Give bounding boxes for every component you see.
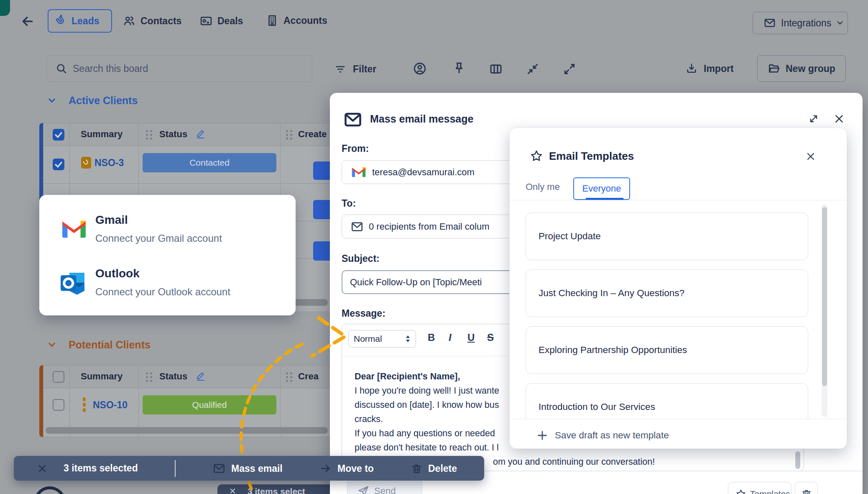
row-checkbox[interactable]: [53, 159, 64, 170]
new-group-label: New group: [786, 63, 835, 74]
board-search-input[interactable]: Search this board: [46, 55, 312, 82]
lead-id[interactable]: NSO-10: [93, 399, 128, 411]
import-button[interactable]: Import: [686, 62, 734, 75]
style-select[interactable]: Normal: [348, 330, 416, 348]
panel-footer-divider: [510, 419, 847, 419]
templates-button[interactable]: Templates: [728, 482, 791, 494]
mass-email-action[interactable]: Mass email: [213, 461, 283, 476]
person-circle-icon: [413, 62, 426, 75]
connect-gmail-option[interactable]: Gmail Connect your Gmail account: [39, 207, 296, 253]
edit-pencil-icon[interactable]: [196, 128, 206, 139]
collapse-button[interactable]: [526, 62, 539, 76]
leads-magnet-icon: [53, 13, 69, 29]
integrations-button[interactable]: Integrations: [753, 12, 848, 34]
panel-close-icon[interactable]: [806, 151, 816, 161]
panel-scrollbar-track[interactable]: [822, 205, 827, 417]
tab-deals[interactable]: Deals: [200, 14, 243, 28]
column-header-status[interactable]: Status: [159, 371, 187, 382]
template-name: Introduction to Our Services: [539, 402, 655, 412]
expand-button[interactable]: [563, 62, 576, 76]
chevron-down-icon: [836, 19, 844, 27]
arrow-left-icon: [21, 15, 34, 28]
outlook-icon: [59, 270, 87, 295]
selected-count: 3 items selected: [64, 463, 138, 474]
column-header-summary[interactable]: Summary: [81, 371, 123, 382]
filter-button[interactable]: Filter: [334, 63, 376, 75]
lead-id[interactable]: NSO-3: [94, 157, 124, 169]
trash-icon: [801, 489, 812, 494]
row-checkbox[interactable]: [53, 399, 64, 411]
edit-pencil-icon[interactable]: [196, 371, 206, 381]
select-all-checkbox[interactable]: [53, 129, 64, 141]
column-header-create[interactable]: Crea: [298, 371, 319, 382]
move-to-action[interactable]: Move to: [320, 461, 374, 476]
tab-everyone[interactable]: Everyone: [573, 177, 630, 200]
tab-deals-label: Deals: [217, 15, 243, 27]
connect-title: Outlook: [95, 267, 140, 280]
send-button[interactable]: Send: [347, 479, 422, 494]
trash-icon: [411, 463, 422, 474]
connect-account-popup: Gmail Connect your Gmail account Outlook…: [39, 195, 296, 315]
drag-handle-icon[interactable]: [286, 130, 293, 140]
message-label: Message:: [342, 308, 385, 319]
tab-leads-label: Leads: [71, 15, 99, 27]
group-header-active-clients[interactable]: Active Clients: [47, 93, 138, 108]
subject-value: Quick Follow-Up on [Topic/Meeti: [350, 277, 482, 288]
template-card[interactable]: Project Update: [526, 212, 808, 260]
from-label: From:: [342, 143, 369, 154]
paper-plane-icon: [357, 485, 369, 494]
column-header-create[interactable]: Create: [298, 129, 327, 140]
collapse-icon: [526, 62, 539, 76]
template-name: Project Update: [539, 231, 601, 242]
modal-title: Mass email message: [370, 113, 473, 125]
underline-button[interactable]: U: [467, 332, 475, 343]
template-list: Project Update Just Checking In – Any Qu…: [510, 205, 847, 419]
connect-subtitle: Connect your Gmail account: [95, 233, 222, 244]
group-header-potential-clients[interactable]: Potential Clients: [47, 337, 151, 352]
modal-expand-icon[interactable]: [808, 113, 819, 125]
send-label: Send: [374, 486, 396, 494]
new-group-button[interactable]: New group: [757, 55, 846, 82]
drag-handle-icon[interactable]: [146, 372, 153, 382]
template-card[interactable]: Exploring Partnership Opportunities: [526, 326, 808, 374]
back-button[interactable]: [21, 15, 34, 28]
panel-scrollbar-thumb[interactable]: [822, 207, 827, 386]
pin-button[interactable]: [452, 61, 466, 75]
column-header-status[interactable]: Status: [159, 129, 187, 140]
connect-outlook-option[interactable]: Outlook Connect your Outlook account: [39, 262, 296, 308]
integrations-label: Integrations: [781, 18, 831, 29]
drag-handle-icon[interactable]: [286, 372, 293, 382]
tab-contacts[interactable]: Contacts: [123, 14, 181, 28]
drag-handle-icon[interactable]: [146, 130, 153, 140]
background-selection-bar: ✕ 3 items select: [217, 484, 330, 494]
italic-button[interactable]: I: [449, 332, 452, 343]
contacts-people-icon: [123, 15, 135, 27]
template-card[interactable]: Just Checking In – Any Questions?: [526, 269, 808, 317]
save-draft-as-template-button[interactable]: Save draft as new template: [536, 427, 669, 444]
editor-scrollbar[interactable]: [795, 451, 800, 469]
templates-button-label: Templates: [750, 489, 790, 494]
delete-draft-button[interactable]: [795, 482, 818, 494]
plus-icon: [536, 430, 548, 441]
message-line: Dear [Recipient's Name],: [355, 369, 510, 384]
strikethrough-button[interactable]: S: [487, 332, 494, 343]
delete-action[interactable]: Delete: [411, 461, 457, 476]
tab-accounts[interactable]: Accounts: [266, 13, 327, 28]
connect-title: Gmail: [95, 213, 128, 227]
select-all-checkbox[interactable]: [53, 371, 64, 383]
tab-leads[interactable]: Leads: [48, 9, 112, 33]
group-title: Active Clients: [69, 95, 138, 107]
message-body[interactable]: Dear [Recipient's Name], I hope you're d…: [355, 369, 510, 455]
status-chip[interactable]: Qualified: [143, 395, 276, 415]
person-filter-button[interactable]: [413, 62, 426, 75]
horizontal-scrollbar[interactable]: [46, 427, 328, 434]
bold-button[interactable]: B: [428, 332, 435, 343]
clear-selection-button[interactable]: [37, 463, 47, 474]
tab-only-me[interactable]: Only me: [526, 182, 560, 192]
status-chip[interactable]: Contacted: [143, 153, 276, 172]
columns-button[interactable]: [489, 62, 503, 76]
modal-close-icon[interactable]: [834, 113, 845, 124]
lead-type-icon: [83, 397, 86, 412]
template-card[interactable]: Introduction to Our Services: [526, 383, 808, 419]
column-header-summary[interactable]: Summary: [81, 129, 123, 140]
